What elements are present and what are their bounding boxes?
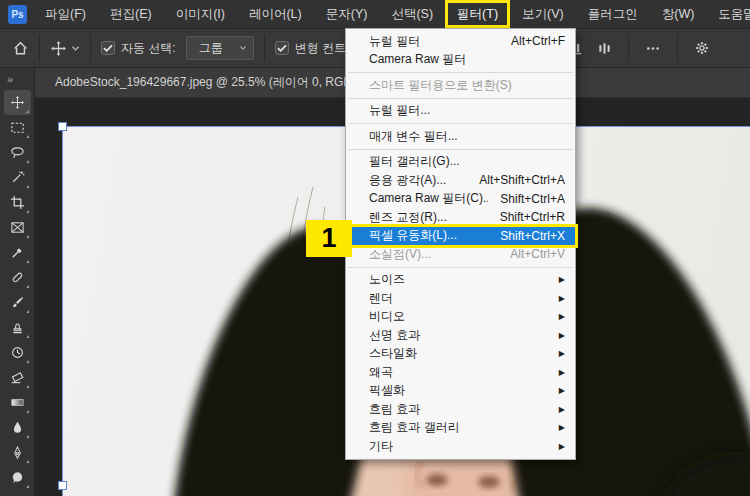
- menu-item-label: 왜곡: [369, 364, 551, 381]
- history-brush-tool-icon[interactable]: [4, 340, 31, 365]
- submenu-arrow-icon: ▶: [559, 331, 565, 340]
- submenu-arrow-icon: ▶: [559, 275, 565, 284]
- menu-item-11[interactable]: Camera Raw 필터(C)...Shift+Ctrl+A: [346, 190, 575, 209]
- menu-item-label: 픽셀 유동화(L)...: [369, 227, 488, 244]
- menu-item-shortcut: Alt+Ctrl+V: [510, 247, 565, 261]
- menu-separator: [348, 149, 573, 150]
- menu-item-5[interactable]: 뉴럴 필터...: [346, 102, 575, 121]
- tool-column: [4, 90, 31, 490]
- menu-item-14: 소실점(V)...Alt+Ctrl+V: [346, 245, 575, 264]
- menu-item-24[interactable]: 흐림 효과 갤러리▶: [346, 419, 575, 438]
- menu-item-20[interactable]: 스타일화▶: [346, 345, 575, 364]
- menu-item-12[interactable]: 렌즈 교정(R)...Shift+Ctrl+R: [346, 208, 575, 227]
- submenu-arrow-icon: ▶: [559, 386, 565, 395]
- menubar-item-0[interactable]: 파일(F): [33, 0, 98, 28]
- menu-item-21[interactable]: 왜곡▶: [346, 363, 575, 382]
- menu-separator: [348, 72, 573, 73]
- marquee-tool-icon[interactable]: [4, 115, 31, 140]
- move-tool-options-icon[interactable]: [50, 40, 67, 57]
- move-tool-icon[interactable]: [4, 90, 31, 115]
- gradient-tool-icon[interactable]: [4, 390, 31, 415]
- lasso-tool-icon[interactable]: [4, 140, 31, 165]
- menu-item-0[interactable]: 뉴럴 필터Alt+Ctrl+F: [346, 32, 575, 51]
- brush-tool-icon[interactable]: [4, 290, 31, 315]
- settings-icon[interactable]: [694, 40, 710, 56]
- menu-item-19[interactable]: 선명 효과▶: [346, 326, 575, 345]
- menu-item-label: 뉴럴 필터...: [369, 102, 565, 119]
- menu-item-label: 흐림 효과: [369, 401, 551, 418]
- menu-item-7[interactable]: 매개 변수 필터...: [346, 127, 575, 146]
- submenu-arrow-icon: ▶: [559, 294, 565, 303]
- clone-stamp-tool-icon[interactable]: [4, 315, 31, 340]
- menu-item-label: 기타: [369, 438, 551, 455]
- menu-item-9[interactable]: 필터 갤러리(G)...: [346, 153, 575, 172]
- menubar-items: 파일(F)편집(E)이미지(I)레이어(L)문자(Y)선택(S)필터(T)보기(…: [33, 0, 750, 28]
- menu-separator: [348, 267, 573, 268]
- menubar-item-9[interactable]: 창(W): [650, 0, 707, 28]
- menu-item-label: 소실점(V)...: [369, 246, 498, 263]
- auto-select-value: 그룹: [199, 40, 223, 57]
- eyedropper-tool-icon[interactable]: [4, 240, 31, 265]
- menubar-item-10[interactable]: 도움말(H): [706, 0, 750, 28]
- submenu-arrow-icon: ▶: [559, 442, 565, 451]
- menu-item-label: 선명 효과: [369, 327, 551, 344]
- menu-item-label: 뉴럴 필터: [369, 33, 499, 50]
- menu-item-3: 스마트 필터용으로 변환(S): [346, 76, 575, 95]
- menubar-item-8[interactable]: 플러그인: [576, 0, 650, 28]
- tools-panel: »: [0, 68, 35, 496]
- app-menubar: Ps 파일(F)편집(E)이미지(I)레이어(L)문자(Y)선택(S)필터(T)…: [0, 0, 750, 28]
- menu-item-liquify-highlighted[interactable]: 픽셀 유동화(L)...Shift+Ctrl+X: [346, 227, 575, 246]
- menu-item-label: Camera Raw 필터: [369, 51, 565, 68]
- menu-item-18[interactable]: 비디오▶: [346, 308, 575, 327]
- submenu-arrow-icon: ▶: [559, 368, 565, 377]
- menu-item-25[interactable]: 기타▶: [346, 437, 575, 456]
- menu-item-shortcut: Shift+Ctrl+X: [500, 229, 565, 243]
- menu-item-shortcut: Alt+Ctrl+F: [511, 34, 565, 48]
- menu-item-label: 스마트 필터용으로 변환(S): [369, 77, 565, 94]
- filter-dropdown-menu: 뉴럴 필터Alt+Ctrl+FCamera Raw 필터스마트 필터용으로 변환…: [345, 28, 576, 460]
- menu-item-1[interactable]: Camera Raw 필터: [346, 51, 575, 70]
- menubar-item-2[interactable]: 이미지(I): [164, 0, 237, 28]
- more-options-icon[interactable]: [645, 41, 661, 56]
- menu-separator: [348, 98, 573, 99]
- magic-wand-tool-icon[interactable]: [4, 165, 31, 190]
- blur-tool-icon[interactable]: [4, 415, 31, 440]
- menubar-item-7[interactable]: 보기(V): [510, 0, 576, 28]
- menu-item-22[interactable]: 픽셀화▶: [346, 382, 575, 401]
- menu-item-label: 필터 갤러리(G)...: [369, 153, 565, 170]
- distribute-centers-icon[interactable]: [597, 41, 612, 56]
- submenu-arrow-icon: ▶: [559, 349, 565, 358]
- submenu-arrow-icon: ▶: [559, 423, 565, 432]
- menubar-item-6-filter-active[interactable]: 필터(T): [445, 0, 510, 28]
- transform-handle-middle-left[interactable]: [58, 481, 67, 490]
- menubar-item-3[interactable]: 레이어(L): [237, 0, 314, 28]
- healing-brush-tool-icon[interactable]: [4, 265, 31, 290]
- collapse-panel-button[interactable]: »: [0, 68, 34, 90]
- menu-item-17[interactable]: 렌더▶: [346, 289, 575, 308]
- menu-item-label: 스타일화: [369, 345, 551, 362]
- menu-item-16[interactable]: 노이즈▶: [346, 271, 575, 290]
- menu-item-label: 응용 광각(A)...: [369, 172, 467, 189]
- type-tool-icon[interactable]: [4, 465, 31, 490]
- crop-tool-icon[interactable]: [4, 190, 31, 215]
- home-icon[interactable]: [12, 40, 29, 57]
- auto-select-dropdown[interactable]: 그룹: [186, 36, 254, 60]
- submenu-arrow-icon: ▶: [559, 405, 565, 414]
- eraser-tool-icon[interactable]: [4, 365, 31, 390]
- step-1-annotation-badge: 1: [306, 220, 352, 257]
- menu-item-label: 픽셀화: [369, 382, 551, 399]
- menubar-item-1[interactable]: 편집(E): [98, 0, 164, 28]
- menu-item-10[interactable]: 응용 광각(A)...Alt+Shift+Ctrl+A: [346, 171, 575, 190]
- chevron-down-icon[interactable]: [71, 45, 80, 52]
- menubar-item-5[interactable]: 선택(S): [379, 0, 445, 28]
- pen-tool-icon[interactable]: [4, 440, 31, 465]
- document-tab[interactable]: AdobeStock_196429667.jpeg @ 25.5% (레이어 0…: [35, 74, 361, 91]
- auto-select-checkbox[interactable]: 자동 선택:: [101, 40, 176, 57]
- menu-item-shortcut: Shift+Ctrl+A: [500, 192, 565, 206]
- menubar-item-4[interactable]: 문자(Y): [314, 0, 380, 28]
- transform-handle-top-left[interactable]: [58, 122, 67, 131]
- menu-item-label: 노이즈: [369, 271, 551, 288]
- menu-item-23[interactable]: 흐림 효과▶: [346, 400, 575, 419]
- frame-tool-icon[interactable]: [4, 215, 31, 240]
- menu-item-label: Camera Raw 필터(C)...: [369, 190, 488, 207]
